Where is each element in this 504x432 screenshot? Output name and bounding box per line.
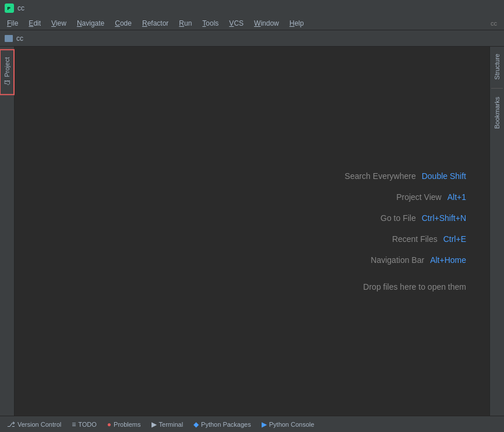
- folder-icon: 🗂: [3, 79, 11, 87]
- project-view-key: Alt+1: [447, 192, 466, 202]
- problems-label: Problems: [114, 421, 140, 428]
- navigation-bar-label: Navigation Bar: [371, 255, 424, 265]
- app-icon: P: [5, 3, 14, 13]
- sidebar-item-bookmarks[interactable]: Bookmarks: [491, 90, 503, 136]
- menu-navigate[interactable]: Navigate: [72, 18, 109, 29]
- statusbar-todo[interactable]: ≡ TODO: [67, 419, 101, 430]
- python-packages-icon: ◆: [193, 420, 199, 429]
- menu-vcs[interactable]: VCS: [224, 18, 248, 29]
- menu-refactor[interactable]: Refactor: [138, 18, 173, 29]
- python-console-icon: ▶: [262, 420, 267, 429]
- drop-files-row: Drop files here to open them: [363, 276, 466, 291]
- version-control-label: Version Control: [17, 421, 61, 428]
- window-title: cc: [17, 4, 24, 12]
- statusbar-problems[interactable]: ● Problems: [103, 419, 146, 430]
- todo-icon: ≡: [72, 420, 76, 429]
- problems-icon: ●: [107, 420, 111, 429]
- goto-file-label: Go to File: [380, 213, 416, 223]
- recent-files-label: Recent Files: [392, 234, 438, 244]
- recent-files-key: Ctrl+E: [443, 234, 466, 244]
- sidebar-item-project[interactable]: 🗂 Project: [0, 49, 15, 95]
- menu-cc: cc: [486, 19, 502, 28]
- menu-tools[interactable]: Tools: [198, 18, 223, 29]
- menu-help[interactable]: Help: [285, 18, 309, 29]
- menubar: File Edit View Navigate Code Refactor Ru…: [0, 16, 504, 30]
- python-packages-label: Python Packages: [201, 421, 251, 428]
- todo-label: TODO: [78, 421, 97, 428]
- shortcut-goto-file: Go to File Ctrl+Shift+N: [380, 213, 466, 223]
- structure-label: Structure: [494, 54, 501, 80]
- titlebar: P cc: [0, 0, 504, 16]
- statusbar-python-console[interactable]: ▶ Python Console: [257, 419, 319, 430]
- svg-text:P: P: [8, 6, 11, 11]
- menu-file[interactable]: File: [2, 18, 23, 29]
- menu-view[interactable]: View: [47, 18, 71, 29]
- left-sidebar: 🗂 Project: [0, 47, 15, 416]
- search-everywhere-label: Search Everywhere: [345, 171, 416, 181]
- navigation-bar-key: Alt+Home: [430, 255, 466, 265]
- project-tab-label: cc: [16, 34, 23, 43]
- menu-run[interactable]: Run: [174, 18, 196, 29]
- drop-files-label: Drop files here to open them: [363, 282, 466, 291]
- terminal-label: Terminal: [159, 421, 184, 428]
- bookmarks-label: Bookmarks: [494, 97, 501, 129]
- search-everywhere-key: Double Shift: [422, 171, 466, 181]
- center-content: Search Everywhere Double Shift Project V…: [15, 47, 489, 416]
- main-area: 🗂 Project Search Everywhere Double Shift…: [0, 47, 504, 416]
- shortcut-navigation-bar: Navigation Bar Alt+Home: [371, 255, 466, 265]
- statusbar-version-control[interactable]: ⎇ Version Control: [2, 419, 66, 430]
- shortcut-recent-files: Recent Files Ctrl+E: [392, 234, 466, 244]
- version-control-icon: ⎇: [7, 420, 15, 429]
- statusbar-terminal[interactable]: ▶ Terminal: [147, 419, 188, 430]
- sidebar-item-structure[interactable]: Structure: [491, 47, 503, 87]
- python-console-label: Python Console: [269, 421, 315, 428]
- shortcut-search-everywhere: Search Everywhere Double Shift: [345, 171, 466, 181]
- project-folder-icon: [5, 35, 13, 42]
- sidebar-project-label: Project: [3, 57, 10, 77]
- goto-file-key: Ctrl+Shift+N: [422, 213, 466, 223]
- menu-window[interactable]: Window: [249, 18, 284, 29]
- shortcut-project-view: Project View Alt+1: [396, 192, 466, 202]
- terminal-icon: ▶: [151, 420, 157, 429]
- right-sidebar: Structure Bookmarks: [489, 47, 504, 416]
- menu-code[interactable]: Code: [110, 18, 136, 29]
- project-view-label: Project View: [396, 192, 442, 202]
- menu-edit[interactable]: Edit: [24, 18, 45, 29]
- project-tab-bar: cc: [0, 30, 504, 47]
- statusbar-python-packages[interactable]: ◆ Python Packages: [189, 419, 256, 430]
- statusbar: ⎇ Version Control ≡ TODO ● Problems ▶ Te…: [0, 416, 504, 432]
